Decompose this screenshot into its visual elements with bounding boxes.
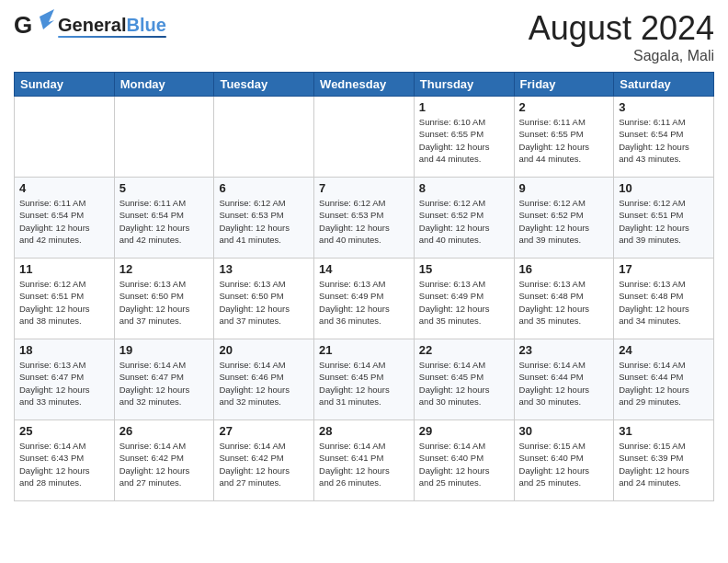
calendar-cell: 16Sunrise: 6:13 AM Sunset: 6:48 PM Dayli…: [514, 259, 614, 339]
calendar-cell: 29Sunrise: 6:14 AM Sunset: 6:40 PM Dayli…: [414, 420, 514, 501]
calendar-cell: 1Sunrise: 6:10 AM Sunset: 6:55 PM Daylig…: [414, 97, 514, 178]
calendar-cell: 5Sunrise: 6:11 AM Sunset: 6:54 PM Daylig…: [114, 178, 214, 259]
day-info: Sunrise: 6:11 AM Sunset: 6:54 PM Dayligh…: [119, 197, 210, 246]
day-number: 19: [119, 343, 210, 357]
day-info: Sunrise: 6:13 AM Sunset: 6:48 PM Dayligh…: [619, 278, 709, 327]
calendar-cell: 6Sunrise: 6:12 AM Sunset: 6:53 PM Daylig…: [214, 178, 314, 259]
logo-blue: Blue: [126, 15, 165, 35]
page-container: G GeneralBlue August 2024 Sagala, Mali: [0, 0, 728, 506]
location: Sagala, Mali: [529, 48, 714, 64]
logo-general: General: [58, 15, 126, 35]
calendar-cell: 10Sunrise: 6:12 AM Sunset: 6:51 PM Dayli…: [614, 178, 714, 259]
calendar-header-row: SundayMondayTuesdayWednesdayThursdayFrid…: [15, 73, 714, 97]
day-number: 3: [619, 100, 709, 114]
day-info: Sunrise: 6:14 AM Sunset: 6:46 PM Dayligh…: [219, 359, 309, 408]
logo: G GeneralBlue: [14, 9, 166, 44]
calendar-cell: 30Sunrise: 6:15 AM Sunset: 6:40 PM Dayli…: [514, 420, 614, 501]
day-number: 24: [619, 343, 709, 357]
day-info: Sunrise: 6:10 AM Sunset: 6:55 PM Dayligh…: [419, 116, 509, 165]
weekday-header-thursday: Thursday: [414, 73, 514, 97]
day-info: Sunrise: 6:13 AM Sunset: 6:49 PM Dayligh…: [419, 278, 509, 327]
day-info: Sunrise: 6:11 AM Sunset: 6:55 PM Dayligh…: [519, 116, 609, 165]
calendar-cell: 12Sunrise: 6:13 AM Sunset: 6:50 PM Dayli…: [114, 259, 214, 339]
calendar-cell: 21Sunrise: 6:14 AM Sunset: 6:45 PM Dayli…: [314, 339, 415, 420]
day-number: 14: [319, 262, 409, 276]
calendar-cell: 23Sunrise: 6:14 AM Sunset: 6:44 PM Dayli…: [514, 339, 614, 420]
day-number: 13: [219, 262, 309, 276]
day-number: 5: [119, 181, 210, 195]
day-info: Sunrise: 6:14 AM Sunset: 6:45 PM Dayligh…: [319, 359, 409, 408]
day-number: 28: [319, 424, 409, 438]
calendar-cell: 26Sunrise: 6:14 AM Sunset: 6:42 PM Dayli…: [114, 420, 214, 501]
calendar-cell: 4Sunrise: 6:11 AM Sunset: 6:54 PM Daylig…: [15, 178, 115, 259]
day-info: Sunrise: 6:12 AM Sunset: 6:52 PM Dayligh…: [419, 197, 509, 246]
calendar-cell: 24Sunrise: 6:14 AM Sunset: 6:44 PM Dayli…: [614, 339, 714, 420]
calendar-cell: [15, 97, 115, 178]
page-header: G GeneralBlue August 2024 Sagala, Mali: [14, 9, 714, 64]
day-info: Sunrise: 6:12 AM Sunset: 6:53 PM Dayligh…: [219, 197, 309, 246]
calendar-cell: [114, 97, 214, 178]
day-info: Sunrise: 6:14 AM Sunset: 6:43 PM Dayligh…: [19, 440, 109, 488]
calendar-cell: 3Sunrise: 6:11 AM Sunset: 6:54 PM Daylig…: [614, 97, 714, 178]
calendar-cell: [314, 97, 415, 178]
day-info: Sunrise: 6:13 AM Sunset: 6:49 PM Dayligh…: [319, 278, 409, 327]
day-number: 21: [319, 343, 409, 357]
weekday-header-saturday: Saturday: [614, 73, 714, 97]
calendar-cell: [214, 97, 314, 178]
day-info: Sunrise: 6:11 AM Sunset: 6:54 PM Dayligh…: [19, 197, 109, 246]
day-info: Sunrise: 6:12 AM Sunset: 6:51 PM Dayligh…: [19, 278, 109, 327]
svg-marker-1: [40, 9, 54, 29]
calendar-week-1: 1Sunrise: 6:10 AM Sunset: 6:55 PM Daylig…: [15, 97, 714, 178]
day-number: 11: [19, 262, 109, 276]
weekday-header-friday: Friday: [514, 73, 614, 97]
day-number: 2: [519, 100, 609, 114]
calendar-cell: 31Sunrise: 6:15 AM Sunset: 6:39 PM Dayli…: [614, 420, 714, 501]
title-section: August 2024 Sagala, Mali: [529, 9, 714, 64]
calendar-cell: 13Sunrise: 6:13 AM Sunset: 6:50 PM Dayli…: [214, 259, 314, 339]
day-info: Sunrise: 6:13 AM Sunset: 6:50 PM Dayligh…: [119, 278, 210, 327]
day-number: 16: [519, 262, 609, 276]
weekday-header-wednesday: Wednesday: [314, 73, 415, 97]
day-info: Sunrise: 6:14 AM Sunset: 6:44 PM Dayligh…: [619, 359, 709, 408]
calendar-week-3: 11Sunrise: 6:12 AM Sunset: 6:51 PM Dayli…: [15, 259, 714, 339]
day-info: Sunrise: 6:14 AM Sunset: 6:45 PM Dayligh…: [419, 359, 509, 408]
weekday-header-monday: Monday: [114, 73, 214, 97]
day-number: 9: [519, 181, 609, 195]
day-info: Sunrise: 6:12 AM Sunset: 6:53 PM Dayligh…: [319, 197, 409, 246]
calendar-cell: 15Sunrise: 6:13 AM Sunset: 6:49 PM Dayli…: [414, 259, 514, 339]
day-number: 23: [519, 343, 609, 357]
day-number: 18: [19, 343, 109, 357]
calendar-cell: 8Sunrise: 6:12 AM Sunset: 6:52 PM Daylig…: [414, 178, 514, 259]
calendar-week-4: 18Sunrise: 6:13 AM Sunset: 6:47 PM Dayli…: [15, 339, 714, 420]
day-number: 22: [419, 343, 509, 357]
day-info: Sunrise: 6:13 AM Sunset: 6:47 PM Dayligh…: [19, 359, 109, 408]
day-info: Sunrise: 6:14 AM Sunset: 6:47 PM Dayligh…: [119, 359, 210, 408]
calendar-cell: 25Sunrise: 6:14 AM Sunset: 6:43 PM Dayli…: [15, 420, 115, 501]
svg-text:G: G: [14, 11, 32, 39]
day-info: Sunrise: 6:12 AM Sunset: 6:52 PM Dayligh…: [519, 197, 609, 246]
weekday-header-sunday: Sunday: [15, 73, 115, 97]
day-info: Sunrise: 6:14 AM Sunset: 6:42 PM Dayligh…: [119, 440, 210, 488]
day-number: 4: [19, 181, 109, 195]
day-number: 1: [419, 100, 509, 114]
calendar-cell: 14Sunrise: 6:13 AM Sunset: 6:49 PM Dayli…: [314, 259, 415, 339]
day-info: Sunrise: 6:12 AM Sunset: 6:51 PM Dayligh…: [619, 197, 709, 246]
calendar-cell: 19Sunrise: 6:14 AM Sunset: 6:47 PM Dayli…: [114, 339, 214, 420]
calendar-table: SundayMondayTuesdayWednesdayThursdayFrid…: [14, 72, 714, 501]
calendar-cell: 20Sunrise: 6:14 AM Sunset: 6:46 PM Dayli…: [214, 339, 314, 420]
day-info: Sunrise: 6:13 AM Sunset: 6:48 PM Dayligh…: [519, 278, 609, 327]
calendar-cell: 9Sunrise: 6:12 AM Sunset: 6:52 PM Daylig…: [514, 178, 614, 259]
logo-icon: G: [14, 9, 54, 44]
day-number: 27: [219, 424, 309, 438]
day-number: 20: [219, 343, 309, 357]
day-info: Sunrise: 6:15 AM Sunset: 6:39 PM Dayligh…: [619, 440, 709, 488]
day-info: Sunrise: 6:11 AM Sunset: 6:54 PM Dayligh…: [619, 116, 709, 165]
weekday-header-tuesday: Tuesday: [214, 73, 314, 97]
calendar-week-5: 25Sunrise: 6:14 AM Sunset: 6:43 PM Dayli…: [15, 420, 714, 501]
day-number: 17: [619, 262, 709, 276]
day-number: 8: [419, 181, 509, 195]
day-number: 15: [419, 262, 509, 276]
day-number: 31: [619, 424, 709, 438]
day-number: 7: [319, 181, 409, 195]
calendar-cell: 28Sunrise: 6:14 AM Sunset: 6:41 PM Dayli…: [314, 420, 415, 501]
